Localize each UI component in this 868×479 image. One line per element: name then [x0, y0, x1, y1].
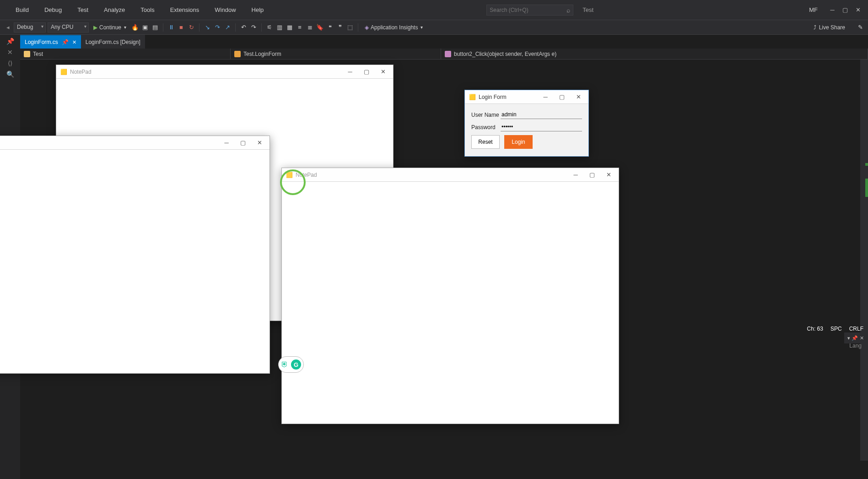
maximize-button[interactable]: ▢ [554, 91, 570, 103]
nav-class-dropdown[interactable]: Test.LoginForm [231, 49, 441, 59]
continue-button[interactable]: ▶Continue▾ [91, 22, 129, 33]
menu-items: Build Debug Test Analyze Tools Extension… [8, 5, 271, 15]
nav-back-icon[interactable]: ◂ [4, 22, 12, 33]
redo-icon[interactable]: ↷ [249, 22, 258, 33]
class-icon [234, 51, 241, 57]
vs-maximize-button[interactable]: ▢ [839, 5, 852, 15]
play-icon: ▶ [93, 24, 97, 31]
login-form-window[interactable]: 🟨 Login Form ─ ▢ ✕ User Name Password Re… [464, 90, 589, 157]
config-dropdown[interactable]: Debug [14, 22, 46, 33]
step-out-icon[interactable]: ↗ [223, 22, 232, 33]
status-spc: SPC [830, 326, 842, 332]
code-navigator: Test Test.LoginForm button2_Click(object… [20, 49, 868, 60]
close-button[interactable]: ✕ [570, 91, 587, 103]
notepad2-titlebar[interactable]: 🟨 NotePad ─ ▢ ✕ [282, 168, 619, 182]
browser-icon[interactable]: ▣ [141, 22, 149, 33]
blank-titlebar[interactable]: ─ ▢ ✕ [0, 136, 270, 150]
tb-icon-5[interactable]: ≣ [306, 22, 314, 33]
project-icon [24, 51, 30, 57]
code-icon[interactable]: ⟨⟩ [8, 60, 12, 67]
tab-close-icon[interactable]: ✕ [72, 39, 76, 45]
blank-body[interactable] [0, 150, 270, 373]
close-button[interactable]: ✕ [375, 65, 391, 78]
tb-icon-4[interactable]: ≡ [296, 22, 304, 33]
minimize-button[interactable]: ─ [537, 91, 554, 103]
tab-loginform-design[interactable]: LoginForm.cs [Design] [81, 35, 145, 49]
notepad2-title: NotePad [296, 172, 317, 178]
hot-reload-icon[interactable]: 🔥 [131, 22, 139, 33]
stop-icon[interactable]: ■ [177, 22, 185, 33]
browser2-icon[interactable]: ▤ [151, 22, 159, 33]
tb-icon-6[interactable]: 🔖 [316, 22, 324, 33]
close-panel-icon[interactable]: ✕ [7, 49, 13, 56]
maximize-button[interactable]: ▢ [358, 65, 375, 78]
tb-icon-9[interactable]: ⬚ [346, 22, 354, 33]
vs-close-button[interactable]: ✕ [852, 5, 864, 15]
menu-build[interactable]: Build [8, 5, 36, 15]
tab-pin-icon[interactable]: 📌 [62, 39, 69, 45]
menu-debug[interactable]: Debug [37, 5, 69, 15]
platform-dropdown[interactable]: Any CPU [48, 22, 89, 33]
appinsights-icon: ◈ [365, 24, 369, 31]
shield-icon: ⛨ [281, 360, 288, 369]
step-over-icon[interactable]: ↷ [213, 22, 221, 33]
maximize-button[interactable]: ▢ [584, 169, 600, 181]
password-label: Password [471, 124, 501, 131]
pause-icon[interactable]: ⏸ [167, 22, 175, 33]
restart-icon[interactable]: ↻ [187, 22, 195, 33]
minimize-button[interactable]: ─ [342, 65, 358, 78]
live-share-button[interactable]: ⤴Live Share [814, 24, 845, 31]
login-titlebar[interactable]: 🟨 Login Form ─ ▢ ✕ [465, 90, 588, 104]
minimize-button[interactable]: ─ [567, 169, 584, 181]
feedback-icon[interactable]: ✎ [856, 22, 864, 33]
tb-icon-7[interactable]: ❝ [326, 22, 334, 33]
login-body: User Name Password Reset Login [465, 104, 588, 156]
grammarly-widget[interactable]: ⛨ G [278, 356, 304, 373]
tab-label: LoginForm.cs [25, 39, 58, 45]
scrollbar-highlight [865, 179, 868, 197]
login-title: Login Form [479, 94, 507, 100]
tab-loginform-cs[interactable]: LoginForm.cs 📌 ✕ [20, 35, 81, 49]
close-button[interactable]: ✕ [600, 169, 617, 181]
output-panel-controls[interactable]: ▾ 📌 ✕ [844, 332, 867, 343]
tb-icon-3[interactable]: ▦ [286, 22, 294, 33]
nav-member-dropdown[interactable]: button2_Click(object sender, EventArgs e… [441, 49, 868, 59]
search-box[interactable]: ⌕ [486, 5, 573, 16]
search-icon[interactable]: 🔍 [6, 71, 14, 78]
app-icon: 🟨 [60, 68, 67, 76]
menu-analyze[interactable]: Analyze [97, 5, 132, 15]
method-icon [445, 51, 451, 57]
app-insights-button[interactable]: ◈Application Insights▾ [362, 22, 426, 33]
notepad2-body[interactable] [282, 182, 619, 424]
menu-extensions[interactable]: Extensions [163, 5, 207, 15]
menu-window[interactable]: Window [207, 5, 243, 15]
undo-icon[interactable]: ↶ [239, 22, 248, 33]
user-initials[interactable]: MF [809, 6, 818, 13]
password-input[interactable] [501, 123, 582, 131]
nav-project-dropdown[interactable]: Test [20, 49, 231, 59]
login-button[interactable]: Login [504, 135, 533, 149]
maximize-button[interactable]: ▢ [235, 136, 251, 149]
notepad-window-2[interactable]: 🟨 NotePad ─ ▢ ✕ [281, 168, 619, 424]
tb-icon-2[interactable]: ▥ [275, 22, 284, 33]
minimize-button[interactable]: ─ [218, 136, 235, 149]
menu-help[interactable]: Help [244, 5, 271, 15]
pin-icon[interactable]: 📌 [6, 38, 14, 45]
menu-test[interactable]: Test [70, 5, 96, 15]
username-label: User Name [471, 112, 501, 118]
editor-scrollbar[interactable] [860, 60, 868, 461]
reset-button[interactable]: Reset [471, 135, 500, 149]
step-into-icon[interactable]: ↘ [203, 22, 211, 33]
tb-icon-8[interactable]: ❞ [336, 22, 344, 33]
notepad1-titlebar[interactable]: 🟨 NotePad ─ ▢ ✕ [56, 65, 393, 79]
app-icon: 🟨 [469, 93, 476, 101]
close-button[interactable]: ✕ [251, 136, 268, 149]
liveshare-icon: ⤴ [814, 24, 816, 31]
menu-tools[interactable]: Tools [133, 5, 162, 15]
search-input[interactable] [490, 7, 565, 13]
username-input[interactable] [501, 110, 582, 119]
vs-minimize-button[interactable]: ─ [826, 5, 839, 15]
blank-window[interactable]: ─ ▢ ✕ [0, 136, 270, 374]
tb-icon-1[interactable]: ⚟ [265, 22, 274, 33]
app-icon: 🟨 [286, 171, 293, 179]
